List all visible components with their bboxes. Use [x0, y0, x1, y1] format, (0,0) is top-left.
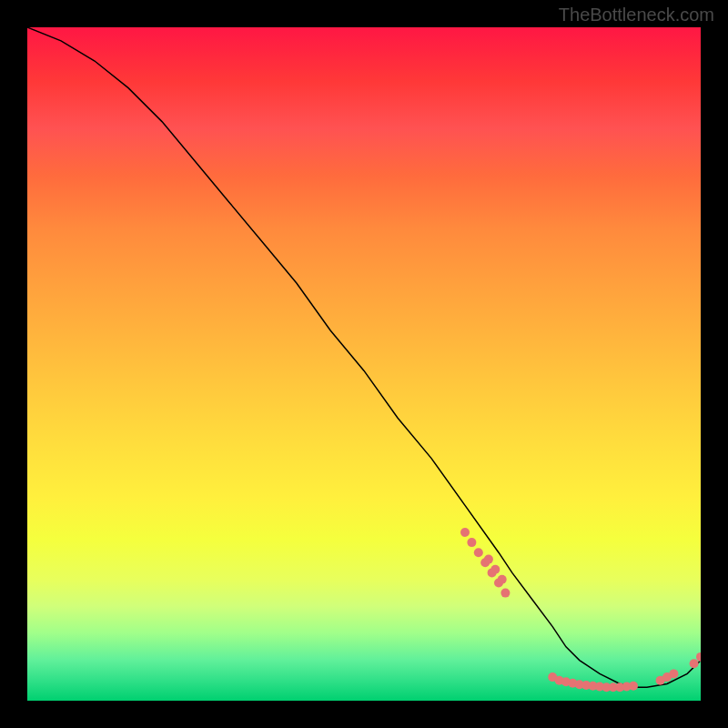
data-point	[490, 565, 500, 574]
data-point	[696, 652, 701, 662]
data-points-group	[460, 528, 701, 692]
data-point	[474, 548, 483, 557]
data-point	[669, 669, 678, 678]
data-point	[500, 589, 510, 598]
chart-svg	[27, 27, 701, 701]
data-point	[467, 538, 476, 547]
watermark-text: TheBottleneck.com	[559, 5, 714, 25]
data-point	[690, 659, 699, 668]
chart-area	[27, 27, 701, 701]
data-point	[460, 528, 470, 537]
data-point	[629, 682, 638, 691]
bottleneck-curve	[27, 27, 701, 687]
data-point	[498, 575, 507, 584]
data-point	[484, 555, 493, 564]
